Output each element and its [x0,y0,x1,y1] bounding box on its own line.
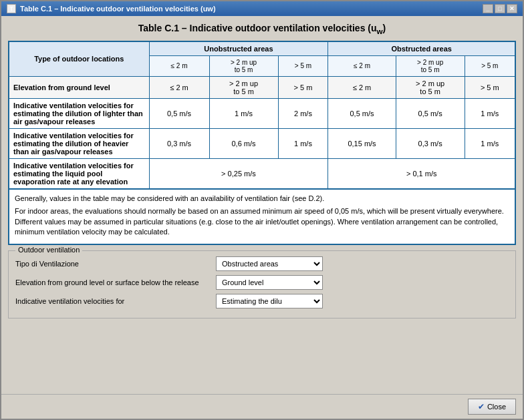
cell-lighter-unob-3: 2 m/s [278,98,328,128]
form-row-elevation: Elevation from ground level or surface b… [15,275,509,290]
cell-lighter-ob-2: 0,5 m/s [396,98,465,128]
title-text: Table C.1 – Indicative outdoor ventilati… [138,23,386,33]
data-table: Type of outdoor locations Unobstructed a… [8,41,516,190]
form-row-tipo: Tipo di Ventilazione Obstructed areas Un… [15,256,509,271]
main-content: Table C.1 – Indicative outdoor ventilati… [1,16,523,394]
titlebar: T Table C.1 – Indicative outdoor ventila… [1,1,523,16]
sub-col-3: > 5 m [278,55,328,76]
label-indicative: Indicative ventilation velocities for [15,297,216,305]
outdoor-section-title: Outdoor ventilation [15,246,82,254]
col-header-unobstructed: Unobstructed areas [149,41,328,56]
cell-heavier-unob-2: 0,6 m/s [209,128,278,158]
maximize-button[interactable]: □ [495,4,505,13]
close-button[interactable]: ✔ Close [468,399,516,415]
sub-col-6: > 5 m [465,55,515,76]
cell-pool-ob: > 0,1 m/s [328,158,515,189]
col-header-obstructed: Obstructed areas [328,41,515,56]
cell-ob-1: ≤ 2 m [328,76,396,98]
main-window: T Table C.1 – Indicative outdoor ventila… [0,0,524,420]
window-title: Table C.1 – Indicative outdoor ventilati… [20,5,216,13]
label-tipo: Tipo di Ventilazione [15,260,216,268]
notes-section: Generally, values in the table may be co… [8,190,516,246]
notes-line-1: Generally, values in the table may be co… [15,194,509,204]
table-row: Indicative ventilation velocities for es… [9,128,515,158]
header-row: Type of outdoor locations Unobstructed a… [9,41,515,56]
label-elevation: Elevation from ground level or surface b… [15,278,216,286]
cell-heavier-ob-1: 0,15 m/s [328,128,396,158]
row-label-pool: Indicative ventilation velocities for es… [9,158,149,189]
cell-heavier-unob-1: 0,3 m/s [149,128,209,158]
col-header-location: Type of outdoor locations [9,41,149,77]
outdoor-ventilation-section: Outdoor ventilation Tipo di Ventilazione… [8,250,516,319]
checkmark-icon: ✔ [478,402,485,411]
cell-heavier-unob-3: 1 m/s [278,128,328,158]
cell-lighter-unob-2: 1 m/s [209,98,278,128]
cell-ob-2: > 2 m upto 5 m [396,76,465,98]
window-icon: T [7,4,16,13]
select-indicative[interactable]: Estimating the dilu [216,294,323,308]
table-row: Elevation from ground level ≤ 2 m > 2 m … [9,76,515,98]
cell-unob-1: ≤ 2 m [149,76,209,98]
select-tipo-ventilazione[interactable]: Obstructed areas Unobstructed areas [216,256,323,271]
minimize-button[interactable]: _ [483,4,493,13]
table-title: Table C.1 – Indicative outdoor ventilati… [8,23,516,35]
close-window-button[interactable]: ✕ [507,4,517,13]
cell-pool-unob: > 0,25 m/s [149,158,328,189]
cell-heavier-ob-2: 0,3 m/s [396,128,465,158]
form-row-indicative: Indicative ventilation velocities for Es… [15,294,509,308]
row-label-lighter: Indicative ventilation velocities for es… [9,98,149,128]
close-label: Close [487,403,506,411]
notes-line-2: For indoor areas, the evaluations should… [15,206,509,237]
table-row: Indicative ventilation velocities for es… [9,98,515,128]
select-elevation[interactable]: Ground level > 2 m up to 5 m > 5 m [216,275,323,290]
sub-col-5: > 2 m upto 5 m [396,55,465,76]
sub-col-2: > 2 m upto 5 m [209,55,278,76]
row-label-heavier: Indicative ventilation velocities for es… [9,128,149,158]
row-label-elevation: Elevation from ground level [9,76,149,98]
footer: ✔ Close [1,394,523,419]
table-row: Indicative ventilation velocities for es… [9,158,515,189]
cell-unob-2: > 2 m upto 5 m [209,76,278,98]
cell-heavier-ob-3: 1 m/s [465,128,515,158]
cell-lighter-ob-3: 1 m/s [465,98,515,128]
sub-col-4: ≤ 2 m [328,55,396,76]
sub-col-1: ≤ 2 m [149,55,209,76]
cell-unob-3: > 5 m [278,76,328,98]
cell-lighter-ob-1: 0,5 m/s [328,98,396,128]
cell-lighter-unob-1: 0,5 m/s [149,98,209,128]
cell-ob-3: > 5 m [465,76,515,98]
